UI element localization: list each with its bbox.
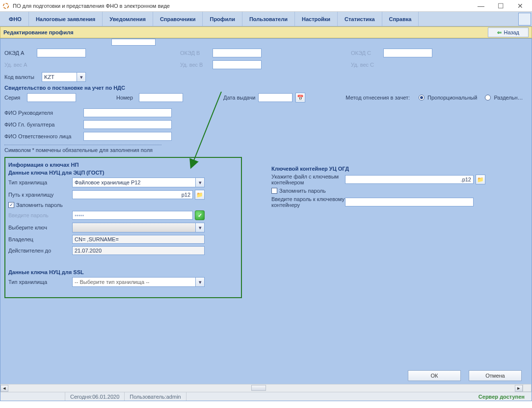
fio-accountant-input[interactable] xyxy=(83,120,172,129)
minimize-button[interactable]: — xyxy=(471,0,491,11)
menu-fno[interactable]: ФНО xyxy=(2,12,29,26)
cancel-button-label: Отмена xyxy=(485,373,505,379)
owner-value-box: CN= ,SURNAME= xyxy=(72,235,205,244)
nds-series-input[interactable] xyxy=(27,93,76,102)
password-input[interactable]: ••••• xyxy=(72,211,193,220)
status-server: Сервер доступен xyxy=(479,394,532,400)
fio-responsible-label: ФИО Ответственного лица xyxy=(4,133,80,139)
storage-path-label: Путь к хранилищу xyxy=(8,192,72,198)
ogd-browse-button[interactable]: 📁 xyxy=(476,175,485,184)
chevron-down-icon: ▾ xyxy=(195,278,204,286)
password-confirm-button[interactable]: ✓ xyxy=(195,210,205,220)
nds-number-input[interactable] xyxy=(139,93,183,102)
menu-settings[interactable]: Настройки xyxy=(295,12,338,26)
np-keys-title: Информация о ключах НП xyxy=(8,162,238,168)
fio-head-input[interactable] xyxy=(83,108,172,117)
app-icon xyxy=(2,2,10,10)
chevron-down-icon: ▾ xyxy=(195,223,204,232)
chevron-down-icon: ▾ xyxy=(77,73,85,81)
remember-password-checkbox[interactable] xyxy=(8,202,14,208)
page-title: Редактирование профиля xyxy=(3,29,74,35)
status-seg-empty xyxy=(0,392,65,401)
ogd-password-input[interactable] xyxy=(345,198,474,206)
status-user-prefix: Пользователь: xyxy=(130,394,166,400)
scroll-thumb[interactable] xyxy=(251,385,266,391)
menu-help[interactable]: Справка xyxy=(382,12,419,26)
nds-issue-date-label: Дата выдачи xyxy=(223,95,255,101)
cancel-button[interactable]: Отмена xyxy=(469,370,522,381)
oked-c-input[interactable] xyxy=(383,49,432,57)
ssl-title: Данные ключа НУЦ для SSL xyxy=(8,269,238,275)
radio-proportional-label: Пропорциональный xyxy=(427,95,477,101)
main-menubar: ФНО Налоговые заявления Уведомления Спра… xyxy=(0,12,532,26)
choose-key-select[interactable]: ▾ xyxy=(72,223,205,232)
status-today-prefix: Сегодня: xyxy=(70,394,92,400)
menu-tax-apps[interactable]: Налоговые заявления xyxy=(29,12,103,26)
currency-select[interactable]: KZT ▾ xyxy=(42,72,86,82)
ogd-file-input[interactable]: .p12 xyxy=(345,175,474,184)
ok-button[interactable]: ОК xyxy=(408,370,461,381)
required-note: Символом * помечены обязательные для зап… xyxy=(4,147,528,153)
storage-path-input[interactable]: p12 xyxy=(72,190,193,199)
radio-separate[interactable] xyxy=(485,95,491,101)
np-gost-title: Данные ключа НУЦ для ЭЦП (ГОСТ) xyxy=(8,170,238,176)
np-keys-pane: Информация о ключах НП Данные ключа НУЦ … xyxy=(4,157,242,298)
oked-a-input[interactable] xyxy=(37,49,86,57)
ogd-remember-checkbox[interactable] xyxy=(271,188,277,194)
oked-b-label: ОКЭД В xyxy=(180,50,210,56)
oked-c-weight-label: Уд. вес С xyxy=(351,62,380,68)
menu-stats[interactable]: Статистика xyxy=(338,12,382,26)
password-label: Введите пароль xyxy=(8,212,72,218)
owner-value: CN= ,SURNAME= xyxy=(75,236,119,242)
fio-accountant-label: ФИО Гл. бухгалтера xyxy=(4,122,80,128)
valid-until-label: Действителен до xyxy=(8,248,72,254)
ogd-file-suffix: .p12 xyxy=(461,177,471,182)
horizontal-scrollbar[interactable]: ◂ ▸ xyxy=(0,384,523,392)
oked-b-weight-input[interactable] xyxy=(213,60,262,69)
toolbar-indicator xyxy=(518,13,531,26)
menu-profiles[interactable]: Профили xyxy=(203,12,242,26)
remember-password-label: Запомнить пароль xyxy=(16,202,63,208)
scroll-right-button[interactable]: ▸ xyxy=(515,385,523,392)
menu-notices[interactable]: Уведомления xyxy=(103,12,153,26)
check-icon: ✓ xyxy=(198,212,202,219)
maximize-button[interactable]: ☐ xyxy=(491,0,510,11)
status-today: Сегодня: 06.01.2020 xyxy=(65,392,125,401)
ok-button-label: ОК xyxy=(431,373,438,379)
oked-b-weight-label: Уд. вес В xyxy=(180,62,210,68)
password-mask: ••••• xyxy=(75,212,84,218)
fio-responsible-input[interactable] xyxy=(83,132,172,141)
ogd-title: Ключевой контейнер УЦ ОГД xyxy=(271,166,520,172)
ogd-remember-label: Запомнить пароль xyxy=(279,188,326,194)
nds-issue-date-input[interactable] xyxy=(258,93,293,102)
calendar-button[interactable]: 📅 xyxy=(295,93,305,102)
window-titlebar: ПО для подготовки и представления ФНО в … xyxy=(0,0,532,12)
valid-until-value: 21.07.2020 xyxy=(75,248,102,254)
storage-type-select[interactable]: Файловое хранилище P12 ▾ xyxy=(72,178,205,187)
nds-method-label: Метод отнесения в зачет: xyxy=(346,95,410,101)
browse-path-button[interactable]: 📁 xyxy=(195,190,205,200)
close-button[interactable]: ✕ xyxy=(510,0,530,11)
status-bar: Сегодня: 06.01.2020 Пользователь: admin … xyxy=(0,392,532,401)
status-today-date: 06.01.2020 xyxy=(92,394,119,400)
ogd-file-label: Укажите файл с ключевым контейнером xyxy=(271,174,345,185)
storage-path-suffix: p12 xyxy=(182,192,190,198)
menu-users[interactable]: Пользователи xyxy=(242,12,295,26)
oked-b-input[interactable] xyxy=(213,49,262,57)
oked-a-weight-label: Уд. вес А xyxy=(4,62,34,68)
valid-until-box: 21.07.2020 xyxy=(72,246,205,255)
scroll-corner xyxy=(523,384,532,392)
scroll-track[interactable] xyxy=(8,385,515,392)
radio-proportional[interactable] xyxy=(419,95,425,101)
window-title: ПО для подготовки и представления ФНО в … xyxy=(13,3,170,9)
menu-refs[interactable]: Справочники xyxy=(153,12,203,26)
ogd-password-label: Введите пароль к ключевому контейнеру xyxy=(271,196,345,208)
fio-head-label: ФИО Руководителя xyxy=(4,110,80,116)
ssl-storage-type-select[interactable]: -- Выберите тип хранилища -- ▾ xyxy=(72,277,205,287)
ogd-pane: Ключевой контейнер УЦ ОГД Укажите файл с… xyxy=(271,157,528,298)
scroll-left-button[interactable]: ◂ xyxy=(0,385,8,392)
status-user: Пользователь: admin xyxy=(125,392,186,401)
oked-c-label: ОКЭД С xyxy=(351,50,380,56)
back-button[interactable]: ⇐ Назад xyxy=(488,27,529,37)
back-arrow-icon: ⇐ xyxy=(497,29,502,36)
